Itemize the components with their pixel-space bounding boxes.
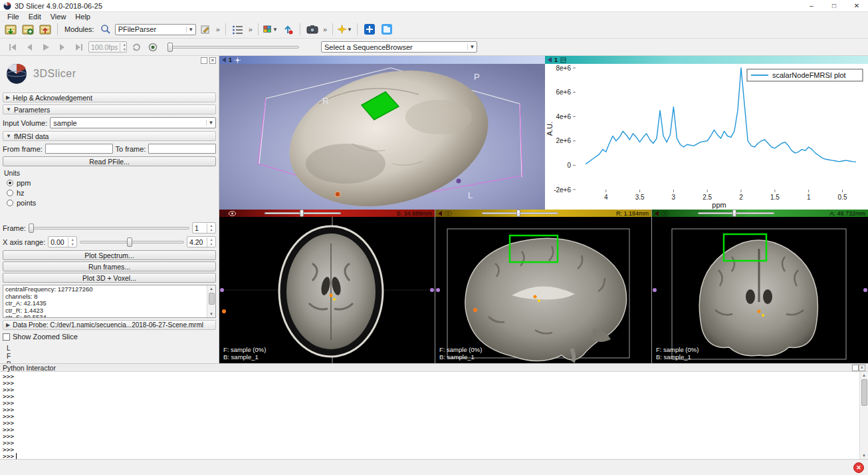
input-volume-combo[interactable]: sample ▼: [50, 117, 216, 128]
eye-icon[interactable]: [229, 211, 236, 216]
minimize-button[interactable]: –: [800, 0, 823, 12]
view-slice-red[interactable]: S: 34.888mm: [219, 210, 435, 363]
maximize-button[interactable]: □: [823, 0, 845, 12]
close-button[interactable]: ✕: [845, 0, 868, 12]
load-data-button[interactable]: [3, 21, 19, 37]
radio-label[interactable]: hz: [17, 189, 25, 197]
fiducial-orange[interactable]: [335, 192, 340, 197]
radio-points[interactable]: points: [7, 199, 216, 207]
python-interactor-header[interactable]: Python Interactor ✕: [0, 363, 868, 372]
fiducial-yellow[interactable]: [333, 298, 336, 301]
slider-handle[interactable]: [516, 210, 520, 217]
pin-icon[interactable]: [222, 57, 226, 63]
yellow-slice-slider[interactable]: [482, 210, 558, 217]
help-acknowledgement-section[interactable]: ▶ Help & Acknowledgement: [3, 92, 216, 102]
yellow-slice-header[interactable]: R: 1.184mm: [435, 210, 651, 217]
python-console-text[interactable]: >>>>>>>>>>>>>>>>>>>>>>>>>>>>>>>>>>>>>>>: [0, 372, 859, 459]
python-console[interactable]: >>>>>>>>>>>>>>>>>>>>>>>>>>>>>>>>>>>>>>> …: [0, 372, 868, 460]
toolbar-overflow-3[interactable]: »: [322, 25, 328, 33]
data-probe-section[interactable]: ▶ Data Probe: C:/dev/1.namic/secuencia..…: [3, 320, 216, 330]
menu-help[interactable]: Help: [70, 13, 95, 21]
radio-circle[interactable]: [7, 190, 13, 196]
fiducial-orange[interactable]: [534, 295, 537, 299]
green-slice-viewport[interactable]: F: sample (0%) B: sample_1: [652, 217, 868, 363]
x-max-spinbox[interactable]: 4.20 ▲▼: [187, 236, 216, 247]
radio-ppm[interactable]: ppm: [7, 179, 216, 187]
from-frame-input[interactable]: [45, 144, 113, 154]
scroll-up-icon[interactable]: ▲: [862, 372, 866, 379]
fiducial-orange[interactable]: [758, 310, 761, 313]
menu-edit[interactable]: Edit: [24, 13, 46, 21]
menu-file[interactable]: File: [3, 13, 24, 21]
sequence-frame-slider[interactable]: [167, 42, 299, 53]
fiducial-purple[interactable]: [653, 288, 657, 292]
slider-handle[interactable]: [127, 238, 132, 247]
loop-toggle-button[interactable]: [129, 41, 144, 54]
fiducial-purple[interactable]: [430, 288, 434, 292]
console-undock-icon[interactable]: [852, 365, 859, 371]
view-plot[interactable]: 1 43.532.521.510.58e+66e+64e+62e+60-2e+6…: [545, 56, 868, 210]
panel-undock-icon[interactable]: [201, 57, 207, 64]
toolbar-overflow-2[interactable]: »: [247, 25, 254, 33]
plot-options-icon[interactable]: [560, 57, 566, 63]
spin-arrows[interactable]: ▲▼: [120, 43, 128, 52]
scroll-up-icon[interactable]: ▲: [209, 285, 213, 292]
module-edit-button[interactable]: [197, 21, 213, 37]
scroll-thumb[interactable]: [209, 293, 215, 305]
sun-icon[interactable]: [235, 57, 241, 63]
plot-spectrum-button[interactable]: Plot Spectrum...: [3, 250, 216, 260]
module-selector-combo[interactable]: PFileParser ▼: [115, 24, 196, 35]
fiducial-yellow[interactable]: [762, 314, 764, 317]
view-slice-green[interactable]: A: 48.732mm: [652, 210, 868, 363]
next-frame-button[interactable]: [55, 41, 70, 54]
panel-close-icon[interactable]: ✕: [209, 57, 216, 64]
red-slice-header[interactable]: S: 34.888mm: [219, 210, 435, 217]
view-plot-header[interactable]: 1: [545, 56, 868, 64]
slider-groove[interactable]: [167, 46, 299, 49]
info-textarea[interactable]: centralFrequency: 1277127260 channels: 8…: [3, 285, 216, 318]
fps-spinbox[interactable]: 100.0fps ▲▼: [88, 41, 127, 53]
record-button[interactable]: [146, 41, 160, 54]
fiducial-purple[interactable]: [220, 288, 224, 292]
green-slice-slider[interactable]: [698, 210, 774, 217]
eye-icon[interactable]: [661, 211, 669, 216]
pin-icon[interactable]: [438, 211, 442, 216]
info-scrollbar[interactable]: ▲ ▼: [207, 285, 215, 317]
view-slice-yellow[interactable]: R: 1.184mm: [435, 210, 651, 363]
save-data-button[interactable]: [37, 21, 53, 37]
slider-groove[interactable]: [29, 227, 189, 230]
spin-arrows[interactable]: ▲▼: [207, 224, 215, 233]
extension-install-button[interactable]: [379, 21, 395, 37]
run-frames-button[interactable]: Run frames...: [3, 261, 216, 271]
layout-selector-button[interactable]: ▼: [263, 21, 278, 37]
slider-handle[interactable]: [732, 210, 736, 217]
red-slice-slider[interactable]: [265, 210, 341, 217]
fiducial-purple[interactable]: [863, 288, 867, 292]
radio-label[interactable]: ppm: [17, 179, 31, 187]
module-search-button[interactable]: [98, 21, 114, 37]
read-pfile-button[interactable]: Read PFile...: [3, 156, 216, 166]
frame-slider[interactable]: [29, 223, 189, 234]
plot-3d-voxel-button[interactable]: Plot 3D + Voxel...: [3, 273, 216, 283]
slider-handle[interactable]: [300, 210, 304, 217]
console-scrollbar[interactable]: ▲ ▼: [859, 372, 868, 459]
radio-circle[interactable]: [7, 200, 13, 206]
fiducial-orange[interactable]: [330, 294, 333, 297]
x-range-slider[interactable]: [80, 237, 184, 247]
x-min-spinbox[interactable]: 0.00 ▲▼: [48, 236, 77, 247]
spin-arrows[interactable]: ▲▼: [207, 238, 215, 247]
scroll-thumb[interactable]: [861, 379, 867, 406]
pin-icon[interactable]: [222, 211, 226, 216]
view-3d[interactable]: 1: [219, 56, 545, 210]
sequence-capture-button[interactable]: [280, 21, 296, 37]
add-data-button[interactable]: [20, 21, 36, 37]
crosshair-button[interactable]: ▼: [337, 21, 353, 37]
scroll-down-icon[interactable]: ▼: [862, 452, 866, 459]
slider-handle[interactable]: [167, 43, 173, 52]
fiducial-orange[interactable]: [222, 309, 226, 313]
sequence-browser-combo[interactable]: Select a SequenceBrowser ▼: [321, 41, 477, 53]
fmrsi-data-section[interactable]: ▼ fMRSI data: [3, 131, 216, 141]
eye-icon[interactable]: [445, 211, 452, 216]
fiducial-purple[interactable]: [457, 179, 461, 184]
first-frame-button[interactable]: [5, 41, 20, 54]
